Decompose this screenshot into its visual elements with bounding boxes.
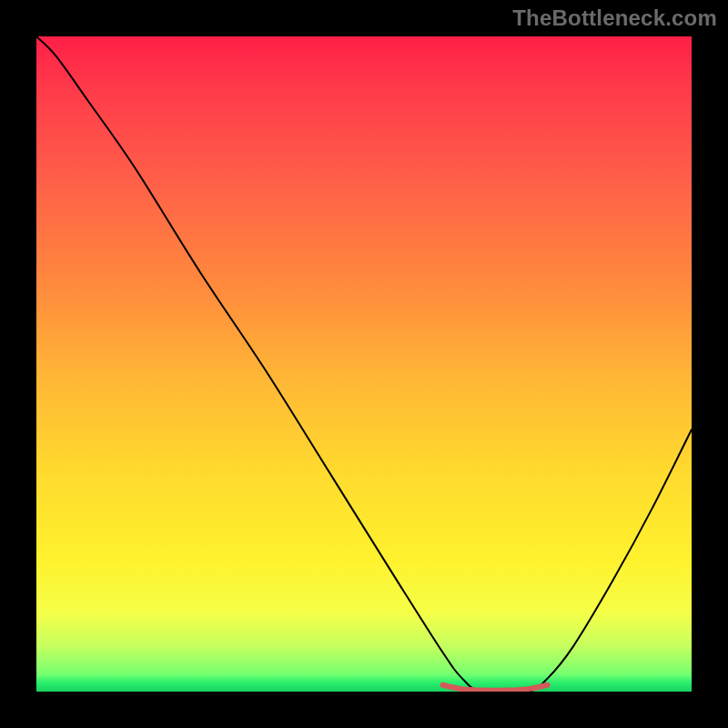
chart-svg [36,36,692,692]
chart-frame: TheBottleneck.com [0,0,728,728]
series-optimal-range-marker [442,685,547,691]
plot-area [36,36,692,692]
series-bottleneck-curve [36,36,692,692]
watermark-text: TheBottleneck.com [512,5,717,31]
